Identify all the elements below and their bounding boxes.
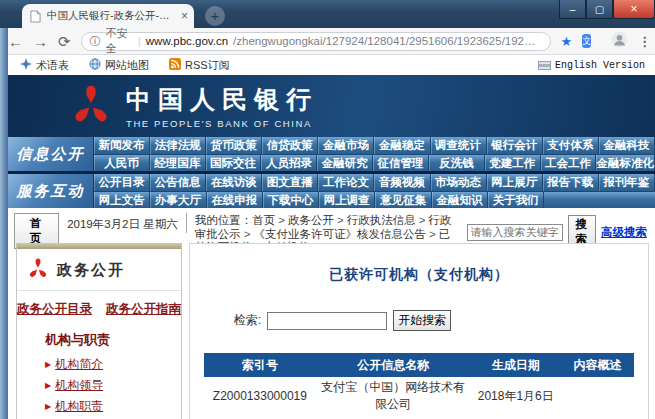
sidebar-item-duties[interactable]: ▶机构职责 — [45, 396, 181, 417]
reload-icon[interactable]: ⟳ — [58, 34, 71, 49]
start-search-button[interactable]: 开始搜索 — [393, 310, 451, 331]
breadcrumb-link[interactable]: 《支付业务许可证》核发信息公告 — [253, 228, 426, 240]
nav-item[interactable]: 党建工作 — [485, 155, 541, 171]
advanced-search-link[interactable]: 高级搜索 — [601, 225, 647, 240]
nav-item[interactable]: 音频视频 — [374, 174, 430, 191]
nav-item[interactable]: 网上调查 — [319, 192, 375, 208]
retrieve-input[interactable] — [267, 312, 387, 330]
table-header: 索引号 公开信息名称 生成日期 内容概述 — [204, 353, 634, 377]
pbc-logo-small-icon — [27, 257, 49, 283]
window-minimize-button[interactable]: – — [559, 0, 586, 19]
nav-item[interactable]: 经理国库 — [150, 155, 206, 171]
nav-item[interactable]: 在线访谈 — [206, 174, 262, 191]
breadcrumb-separator-icon: > — [334, 214, 347, 226]
nav-item[interactable]: 市场动态 — [431, 174, 487, 191]
url-bar[interactable]: ⓘ 不安全 | www.pbc.gov.cn/zhengwugongkai/12… — [81, 32, 551, 51]
security-label: 不安全 — [106, 26, 133, 56]
nav-item[interactable]: 货币政策 — [206, 137, 262, 154]
nav-item[interactable]: 下载中心 — [263, 192, 319, 208]
new-tab-button[interactable]: + — [205, 6, 225, 26]
nav-filler — [544, 192, 655, 208]
nav-item[interactable]: 关于我们 — [488, 192, 544, 208]
browser-tab[interactable]: 中国人民银行-政务公开-行政执法 × — [22, 4, 194, 28]
compass-icon — [20, 58, 32, 72]
breadcrumb-link[interactable]: 行政执法信息 — [347, 214, 416, 226]
nav-item[interactable]: 图文直播 — [262, 174, 318, 191]
nav-item[interactable]: 金融稳定 — [374, 137, 430, 154]
sidebar-item-leadership[interactable]: ▶机构领导 — [45, 375, 181, 396]
nav-item[interactable]: 征信管理 — [373, 155, 429, 171]
nav-item[interactable]: 法律法规 — [150, 137, 206, 154]
bullet-icon: ▶ — [45, 375, 51, 396]
window-left-border — [0, 28, 8, 419]
nav-item[interactable]: 金融知识 — [432, 192, 488, 208]
nav-label-information[interactable]: 信息公开 — [8, 137, 94, 171]
nav-item[interactable]: 意见征集 — [375, 192, 431, 208]
info-icon[interactable]: ⓘ — [90, 34, 101, 49]
forward-icon[interactable]: → — [33, 34, 48, 49]
nav-item[interactable]: 网上展厅 — [487, 174, 543, 191]
nav-item[interactable]: 支付体系 — [543, 137, 599, 154]
breadcrumb-bar: 首 页 2019年3月2日 星期六 我的位置：首页>政务公开>行政执法信息>行政… — [8, 208, 655, 240]
nav-item[interactable]: 调查统计 — [431, 137, 487, 154]
english-version-link[interactable]: English Version — [538, 60, 645, 71]
pbc-logo-icon — [70, 83, 112, 129]
bank-name-cn: 中国人民银行 — [126, 83, 318, 116]
nav-item[interactable]: 金融市场 — [318, 137, 374, 154]
nav-item[interactable]: 人民币 — [94, 155, 150, 171]
sidebar-link-guide[interactable]: 政务公开指南 — [106, 301, 181, 318]
column-header-name: 公开信息名称 — [316, 357, 471, 374]
browser-menu-icon[interactable]: ⋮ — [638, 34, 651, 49]
nav-item[interactable]: 办事大厅 — [150, 192, 206, 208]
site-search-input[interactable] — [467, 224, 563, 241]
breadcrumb-link[interactable]: 政务公开 — [288, 214, 334, 226]
current-date: 2019年3月2日 星期六 — [67, 213, 187, 233]
location-label: 我的位置： — [195, 214, 253, 226]
column-header-summary: 内容概述 — [561, 357, 634, 374]
sidebar-title: 政务公开 — [57, 261, 125, 280]
translate-icon[interactable]: 文 — [582, 34, 591, 48]
tab-title: 中国人民银行-政务公开-行政执法 — [47, 9, 175, 23]
nav-item[interactable]: 新闻发布 — [94, 137, 150, 154]
nav-item[interactable]: 公告信息 — [150, 174, 206, 191]
window-maximize-button[interactable]: ▢ — [586, 0, 613, 19]
bookmark-star-icon[interactable]: ★ — [561, 34, 573, 49]
nav-item[interactable]: 金融研究 — [317, 155, 373, 171]
glossary-link[interactable]: 术语表 — [20, 58, 69, 73]
nav-item[interactable]: 金融标准化 — [596, 155, 655, 171]
cell-company-name[interactable]: 支付宝（中国）网络技术有限公司 — [316, 379, 471, 413]
nav-label-services[interactable]: 服务互动 — [8, 174, 94, 208]
webpage: 术语表 网站地图 RSS订阅 English Version — [8, 55, 655, 419]
nav-item[interactable]: 人员招录 — [261, 155, 317, 171]
nav-item[interactable]: 报告下载 — [543, 174, 599, 191]
breadcrumb-link[interactable]: 首页 — [252, 214, 275, 226]
nav-item[interactable]: 信贷政策 — [262, 137, 318, 154]
nav-item[interactable]: 网上文告 — [94, 192, 150, 208]
nav-item[interactable]: 报刊年鉴 — [599, 174, 655, 191]
nav-item[interactable]: 国际交往 — [206, 155, 262, 171]
site-banner: 中国人民银行 THE PEOPLE'S BANK OF CHINA — [8, 75, 655, 137]
nav-item[interactable]: 公开目录 — [94, 174, 150, 191]
cell-date: 2018年1月6日 — [471, 388, 561, 405]
profile-avatar-icon[interactable] — [611, 31, 628, 52]
browser-toolbar: ← → ⟳ ⓘ 不安全 | www.pbc.gov.cn/zhengwugong… — [0, 28, 655, 55]
nav-item[interactable]: 工作论文 — [318, 174, 374, 191]
nav-item[interactable]: 金融科技 — [599, 137, 655, 154]
sitemap-link[interactable]: 网站地图 — [89, 58, 149, 73]
nav-item[interactable]: 反洗钱 — [429, 155, 485, 171]
sidebar-section-title: 机构与职责 — [45, 331, 181, 349]
nav-item[interactable]: 在线申报 — [207, 192, 263, 208]
tab-close-icon[interactable]: × — [181, 9, 188, 23]
sidebar-link-directory[interactable]: 政务公开目录 — [17, 301, 92, 318]
back-icon[interactable]: ← — [8, 34, 23, 49]
globe-icon — [89, 58, 101, 72]
column-header-date: 生成日期 — [471, 357, 561, 374]
nav-item[interactable]: 银行会计 — [487, 137, 543, 154]
retrieve-label: 检索: — [234, 312, 261, 329]
window-close-button[interactable]: × — [613, 0, 655, 19]
nav-item[interactable]: 工会工作 — [541, 155, 597, 171]
rss-link[interactable]: RSS订阅 — [169, 58, 230, 73]
results-table: 索引号 公开信息名称 生成日期 内容概述 Z2000133000019 支付宝（… — [204, 353, 634, 419]
sidebar-item-intro[interactable]: ▶机构简介 — [45, 354, 181, 375]
bank-name-en: THE PEOPLE'S BANK OF CHINA — [126, 118, 318, 129]
